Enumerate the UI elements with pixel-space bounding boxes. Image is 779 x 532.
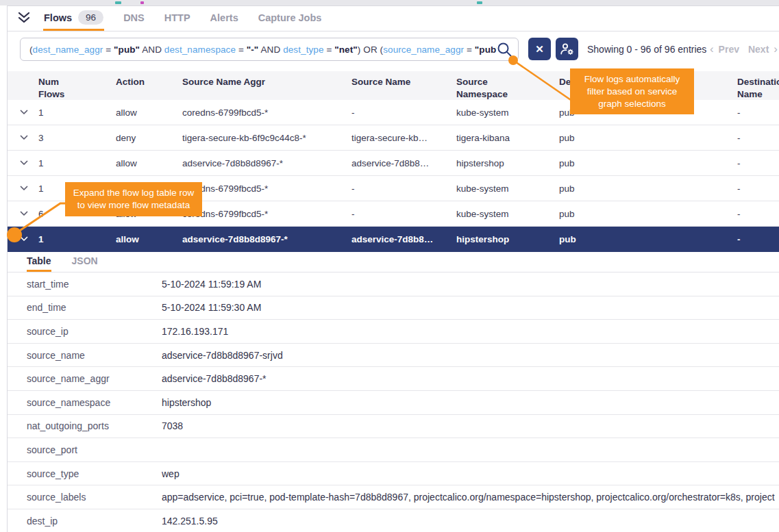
flow-tabs: Flows 96 DNS HTTP Alerts Capture Jobs bbox=[43, 6, 341, 31]
cell-source-name: adservice-7d8b8… bbox=[351, 234, 456, 244]
filter-query-input[interactable]: (dest_name_aggr = "pub" AND dest_namespa… bbox=[20, 38, 519, 61]
expand-row-chevron-icon[interactable] bbox=[20, 110, 38, 115]
tab-label: Flows bbox=[44, 12, 72, 23]
tab-label: HTTP bbox=[164, 12, 190, 23]
cell-source-name-aggr: coredns-6799fbcd5-* bbox=[182, 107, 351, 118]
column-header: Source Name Aggr bbox=[182, 76, 351, 88]
cell-source-name: - bbox=[351, 107, 456, 118]
tab-label: Capture Jobs bbox=[258, 12, 322, 23]
query-segment: ) OR ( bbox=[358, 45, 383, 55]
cell-source-namespace: hipstershop bbox=[456, 158, 559, 168]
next-button[interactable]: Next bbox=[748, 44, 769, 55]
table-row[interactable]: 1 allow adservice-7d8b8d8967-* adservice… bbox=[8, 227, 779, 252]
detail-tabbar: TableJSON bbox=[8, 252, 779, 273]
detail-key: source_name bbox=[27, 350, 162, 361]
flows-count-badge: 96 bbox=[78, 10, 103, 25]
detail-key: source_labels bbox=[27, 492, 162, 503]
cell-source-name-aggr: adservice-7d8b8d8967-* bbox=[182, 158, 351, 168]
next-chevron-icon[interactable]: › bbox=[774, 42, 778, 56]
detail-tab[interactable]: Table bbox=[27, 252, 51, 272]
cell-action: allow bbox=[116, 183, 182, 194]
detail-row: source_port bbox=[8, 438, 779, 462]
log-type-tab[interactable]: Flows 96 bbox=[43, 6, 104, 31]
query-segment: dest_type bbox=[283, 45, 323, 55]
cell-dest-name-aggr: pub bbox=[559, 107, 737, 118]
query-segment: = bbox=[236, 45, 247, 55]
detail-row: source_name adservice-7d8b8d8967-srjvd bbox=[8, 344, 779, 368]
detail-key: start_time bbox=[27, 279, 162, 290]
prev-chevron-icon[interactable]: ‹ bbox=[710, 42, 714, 56]
cell-destination-name: - bbox=[737, 107, 779, 118]
table-row[interactable]: 1 allow coredns-6799fbcd5-* - kube-syste… bbox=[8, 176, 779, 201]
expand-row-chevron-icon[interactable] bbox=[20, 160, 38, 166]
detail-key: source_type bbox=[27, 468, 162, 479]
detail-row: nat_outgoing_ports 7038 bbox=[8, 415, 779, 439]
cell-dest-name-aggr: pub bbox=[559, 234, 737, 244]
log-type-tabbar: Flows 96 DNS HTTP Alerts Capture Jobs bbox=[8, 6, 779, 31]
cell-action: allow bbox=[116, 209, 182, 219]
column-header: Source Name bbox=[351, 76, 456, 88]
entries-count-text: Showing 0 - 96 of 96 entries bbox=[587, 31, 706, 67]
detail-row: source_type wep bbox=[8, 462, 779, 486]
detail-key: source_port bbox=[27, 444, 162, 455]
query-segment: AND bbox=[140, 45, 164, 55]
expand-row-chevron-icon[interactable] bbox=[20, 186, 38, 191]
double-chevron-down-icon bbox=[17, 11, 31, 27]
table-row[interactable]: 1 allow adservice-7d8b8d8967-* adservice… bbox=[8, 151, 779, 176]
log-type-tab[interactable]: DNS bbox=[123, 6, 145, 31]
cell-num-flows: 1 bbox=[38, 158, 116, 168]
log-type-tab[interactable]: HTTP bbox=[164, 6, 191, 31]
filter-query: (dest_name_aggr = "pub" AND dest_namespa… bbox=[29, 45, 497, 55]
expand-row-chevron-icon[interactable] bbox=[20, 211, 38, 216]
query-segment: "pub" bbox=[475, 45, 497, 55]
table-row[interactable]: 6 allow coredns-6799fbcd5-* - kube-syste… bbox=[8, 201, 779, 227]
detail-value: 172.16.193.171 bbox=[162, 326, 779, 337]
cell-source-namespace: tigera-kibana bbox=[456, 133, 559, 143]
log-type-tab[interactable]: Alerts bbox=[210, 6, 239, 31]
prev-button[interactable]: Prev bbox=[719, 44, 739, 55]
filter-toolbar: (dest_name_aggr = "pub" AND dest_namespa… bbox=[8, 31, 779, 71]
query-segment: dest_namespace bbox=[164, 45, 236, 55]
cell-destination-name: - bbox=[737, 209, 779, 219]
detail-key: end_time bbox=[27, 302, 162, 313]
cell-dest-name-aggr: pub bbox=[559, 183, 737, 194]
query-segment: "-" bbox=[247, 45, 259, 55]
clear-filter-button[interactable]: ✕ bbox=[528, 38, 551, 60]
table-row[interactable]: 1 allow coredns-6799fbcd5-* - kube-syste… bbox=[8, 100, 779, 125]
query-segment: dest_name_aggr bbox=[33, 45, 103, 55]
cell-source-name: tigera-secure-kb… bbox=[351, 133, 456, 143]
detail-key: nat_outgoing_ports bbox=[27, 420, 162, 431]
expand-row-chevron-icon[interactable] bbox=[20, 135, 38, 140]
expand-row-chevron-icon[interactable] bbox=[20, 236, 38, 242]
collapse-panel-button[interactable] bbox=[17, 6, 31, 31]
user-gear-icon bbox=[560, 42, 574, 55]
cell-num-flows: 6 bbox=[38, 209, 116, 219]
cell-action: allow bbox=[116, 107, 182, 118]
cell-destination-name: - bbox=[737, 133, 779, 143]
detail-row: source_ip 172.16.193.171 bbox=[8, 320, 779, 344]
cell-source-name-aggr: adservice-7d8b8d8967-* bbox=[182, 234, 351, 244]
detail-tab[interactable]: JSON bbox=[72, 252, 98, 272]
query-segment: source_name_aggr bbox=[383, 45, 464, 55]
pagination: ‹ Prev Next › bbox=[710, 31, 778, 67]
query-segment: "pub" bbox=[114, 45, 140, 55]
tab-label: DNS bbox=[123, 12, 145, 23]
cell-num-flows: 1 bbox=[38, 107, 116, 118]
detail-value: wep bbox=[162, 468, 779, 479]
detail-key: source_ip bbox=[27, 326, 162, 337]
query-segment: = bbox=[324, 45, 335, 55]
flows-table-body: 1 allow coredns-6799fbcd5-* - kube-syste… bbox=[8, 100, 779, 252]
cell-source-namespace: hipstershop bbox=[456, 234, 559, 244]
tab-label: Alerts bbox=[210, 12, 238, 23]
decorative-speck bbox=[140, 1, 144, 4]
table-row[interactable]: 3 deny tigera-secure-kb-6f9c9c44c8-* tig… bbox=[8, 125, 779, 151]
cell-num-flows: 3 bbox=[38, 133, 116, 143]
detail-row: start_time 5-10-2024 11:59:19 AM bbox=[8, 273, 779, 296]
user-settings-button[interactable] bbox=[556, 38, 578, 60]
cell-dest-name-aggr: pub bbox=[559, 209, 737, 219]
detail-value: adservice-7d8b8d8967-* bbox=[162, 373, 779, 384]
detail-row: source_name_aggr adservice-7d8b8d8967-* bbox=[8, 367, 779, 391]
cell-action: deny bbox=[116, 133, 182, 143]
cell-action: allow bbox=[116, 158, 182, 168]
log-type-tab[interactable]: Capture Jobs bbox=[258, 6, 323, 31]
